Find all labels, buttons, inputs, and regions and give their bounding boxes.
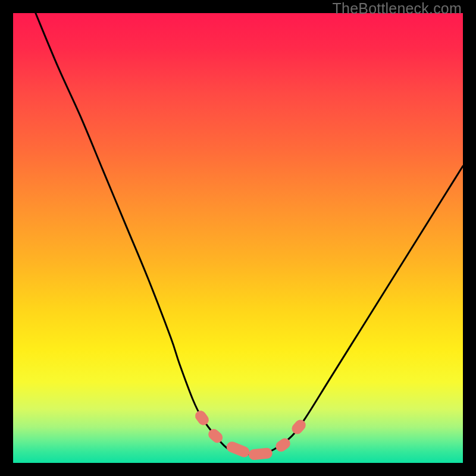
plot-area <box>13 13 463 463</box>
curve-marker <box>193 409 211 428</box>
bottleneck-curve <box>36 13 463 455</box>
curve-layer <box>13 13 463 463</box>
curve-svg <box>13 13 463 463</box>
watermark-label: TheBottleneck.com <box>333 0 462 17</box>
curve-marker <box>225 440 251 459</box>
chart-frame: TheBottleneck.com <box>0 0 476 476</box>
curve-marker <box>290 418 308 436</box>
curve-marker <box>248 447 273 461</box>
